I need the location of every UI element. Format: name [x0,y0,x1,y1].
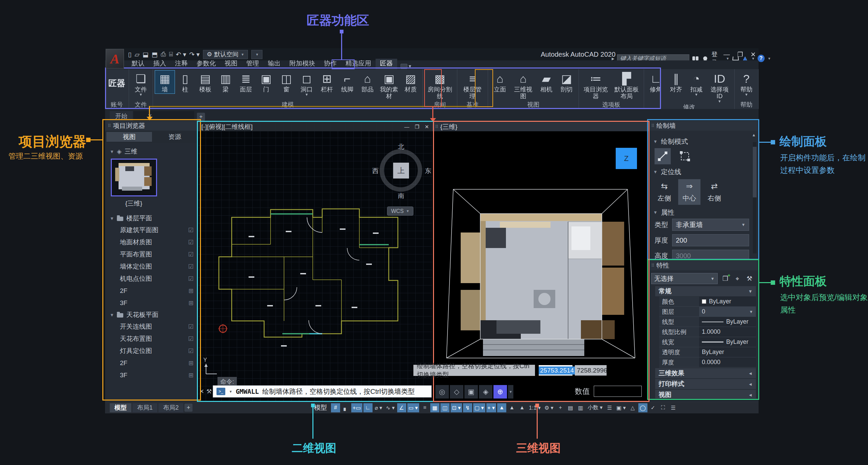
wcs-selector[interactable]: WCS ▼ [387,207,413,216]
transparency-icon[interactable]: ▦ [430,403,439,412]
graphics-performance-icon[interactable]: ◯ [638,403,647,412]
property-value[interactable]: ByLayer [699,317,756,327]
compass-top-face[interactable]: 上 [393,163,409,179]
osnap-3d-icon[interactable]: ⊡ ▾ [451,403,462,412]
plot-icon[interactable]: ⎙ [161,51,166,58]
tree-item-天花布置图[interactable]: 天花布置图☑ [105,333,199,345]
layout-tab-布局2[interactable]: 布局2 [158,403,183,412]
minimize-icon[interactable]: — [404,124,409,130]
isolate-objects-icon[interactable]: △ [628,403,637,412]
collapse-icon[interactable]: ▼ [748,289,752,294]
selection-filter-icon[interactable]: ▢ ▾ [473,403,485,412]
locate-中心-button[interactable]: ⇒中心 [678,179,700,205]
osnap-icon[interactable]: ▭ ▾ [407,403,419,412]
tree-item-3d-view[interactable]: {三维} [105,199,162,208]
wrench-icon[interactable]: ⚒ [205,388,213,395]
section-properties[interactable]: ▼ 属性 [653,208,749,217]
redo-icon[interactable]: ↷ ▾ [189,51,200,58]
ribbon-tab-注释[interactable]: 注释 [171,59,192,69]
ribbon-button-线脚[interactable]: ⌐线脚 [337,71,357,93]
edit-view-icon[interactable]: ☑ [188,226,194,234]
autoscale-icon[interactable]: ▲ [507,403,516,412]
select-objects-icon[interactable]: ⌖ [733,275,742,282]
ribbon-button-扣减[interactable]: ◔扣减▼ [687,71,706,97]
close-tab-icon[interactable]: ✕ [148,113,152,119]
ribbon-button-文件[interactable]: ❏文件▼ [131,71,151,97]
tree-group-天花板平面[interactable]: ▼天花板平面 [105,309,199,321]
grip-handle-icon[interactable]: ⠿ [108,123,110,128]
close-button[interactable]: ✕ [750,51,756,58]
collapse-icon[interactable]: ▼ [653,169,658,174]
clean-screen-icon[interactable]: ⛶ [659,403,668,412]
autocad-logo[interactable]: A [106,49,124,69]
save-as-icon[interactable]: ⬒ [152,51,158,58]
tree-item-开关连线图[interactable]: 开关连线图☑ [105,321,199,333]
coordinate-y-input[interactable]: 7258.2996 [575,365,607,376]
ribbon-tab-输出[interactable]: 输出 [263,59,285,69]
ribbon-button-房间分割线[interactable]: ▩房间分割线 [425,71,455,100]
tree-item-平面布置图[interactable]: 平面布置图☑ [105,248,199,261]
draw-wall-header[interactable]: ⠿ 绘制墙 [648,121,758,131]
ribbon-display-options[interactable]: ▾ [401,63,411,69]
ribbon-tab-管理[interactable]: 管理 [242,59,263,69]
ribbon-button-柱[interactable]: ▯柱 [175,71,195,93]
property-value[interactable]: ByLayer [699,297,756,307]
property-value[interactable]: ByLayer [699,347,756,357]
new-file-icon[interactable]: ▯ [128,51,131,58]
property-row-线型[interactable]: 线型ByLayer [659,317,756,327]
ribbon-button-项目浏览器[interactable]: ≔项目浏览器 [581,71,611,100]
customization-icon[interactable]: ☰ [669,403,678,412]
grip-handle-icon[interactable]: ⠿ [435,124,438,129]
tree-group-3d[interactable]: ▼◈三维 [105,146,199,157]
ribbon-tab-参数化[interactable]: 参数化 [192,59,220,69]
property-value[interactable]: 0▼ [699,307,756,317]
add-floor-icon[interactable]: ⊞ [188,359,194,367]
property-row-透明度[interactable]: 透明度ByLayer [659,347,756,357]
restore-icon[interactable]: ❐ [415,124,419,130]
layout-tab-布局1[interactable]: 布局1 [132,403,157,412]
ribbon-button-洞口[interactable]: ◻洞口▼ [297,71,316,97]
navigation-compass[interactable]: 北 西 东 南 上 [375,144,427,196]
ribbon-button-对齐[interactable]: ∥对齐 [666,71,686,93]
ribbon-button-楼层管理[interactable]: ≡楼层管理 [459,71,486,100]
hardware-accel-icon[interactable]: ✓ [648,403,658,412]
grip-handle-icon[interactable]: ⠿ [651,263,654,268]
open-file-icon[interactable]: ▱ [134,51,139,58]
ribbon-button-门[interactable]: ▣门 [256,71,276,93]
viewport-3d-titlebar[interactable]: ⠿ {三维} [432,122,648,131]
polar-tracking-icon[interactable]: ⌀ ▾ [374,403,384,412]
ribbon-button-匠器[interactable]: 匠器 [107,71,127,95]
ribbon-button-相机[interactable]: ▰相机 [537,71,556,93]
snap-mode-icon[interactable]: ▖ [341,403,350,412]
edit-view-icon[interactable]: ☑ [188,347,194,355]
tree-item-3F[interactable]: 3F⊞ [105,297,199,309]
orbit-icon[interactable]: ◇ [450,385,463,399]
property-row-颜色[interactable]: 颜色ByLayer [659,297,756,307]
ribbon-button-栏杆[interactable]: ⊞栏杆 [317,71,337,93]
edit-view-icon[interactable]: ☑ [188,251,194,258]
ribbon-button-选择项ID[interactable]: ID选择项ID▼ [707,71,732,104]
value-input[interactable] [594,386,642,397]
ribbon-button-我的素材[interactable]: ▣我的素材 [378,71,400,100]
ribbon-button-墙[interactable]: ▦墙 [155,71,175,93]
ribbon-button-剖切[interactable]: ◪剖切 [557,71,577,93]
tree-item-机电点位图[interactable]: 机电点位图☑ [105,273,199,285]
print-icon[interactable]: ⌸ [169,51,173,58]
layout-tab-模型[interactable]: 模型 [110,403,131,412]
units-value[interactable]: 小数 ▾ [586,403,604,412]
chevron-down-icon[interactable]: ▼ [110,216,114,221]
lock-ui-icon[interactable]: ▣ ▾ [615,403,627,412]
tree-item-3F[interactable]: 3F⊞ [105,369,199,381]
browser-tab-资源[interactable]: 资源 [152,132,198,142]
tree-item-2F[interactable]: 2F⊞ [105,357,199,369]
qat-customize-button[interactable]: ▼ [251,50,262,59]
section-视图[interactable]: 视图◄ [655,390,756,399]
property-row-线宽[interactable]: 线宽ByLayer [659,337,756,347]
ribbon-button-帮助[interactable]: ?帮助▼ [737,71,756,97]
project-browser-header[interactable]: ⠿ 项目浏览器 [105,121,199,131]
scale-value[interactable]: 1:1 ▾ [528,403,542,412]
quick-properties-icon[interactable]: ▤ [566,403,575,412]
annotation-monitor-icon[interactable]: + [556,403,565,412]
section-draw-mode[interactable]: ▼ 绘制模式 [653,137,749,146]
tree-item-地面材质图[interactable]: 地面材质图☑ [105,236,199,248]
